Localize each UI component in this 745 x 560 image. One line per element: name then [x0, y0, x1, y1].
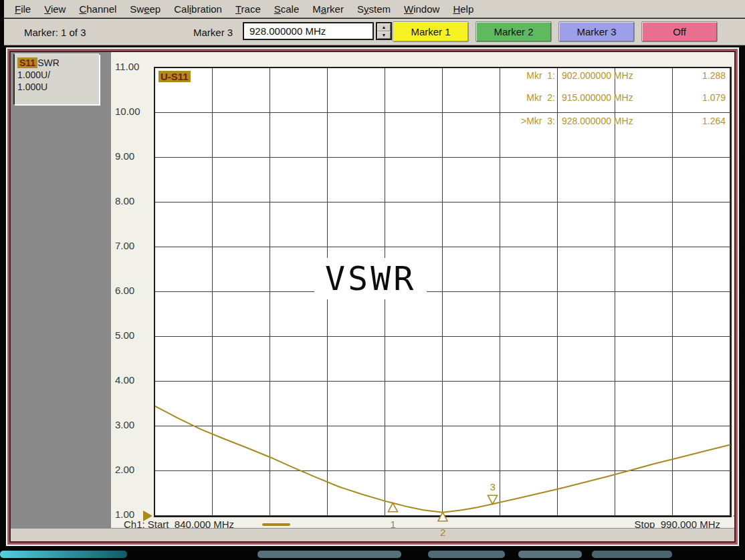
toolbar-button-marker-2[interactable]: Marker 2: [475, 21, 552, 42]
window-content: S11SWR 1.000U/ 1.000U 11.0010.009.008.00…: [9, 51, 736, 543]
swr-trace-line: [155, 406, 730, 513]
desktop-artifact: [257, 551, 401, 558]
analyzer-window: S11SWR 1.000U/ 1.000U 11.0010.009.008.00…: [5, 47, 740, 547]
marker-readout-value: 1.288: [702, 70, 726, 81]
frequency-spinner: ▲ ▼: [376, 22, 392, 40]
marker-readout-value: 1.079: [702, 92, 726, 103]
trace-sidebar: S11SWR 1.000U/ 1.000U: [11, 52, 111, 528]
marker-readout-label: >Mkr 3:: [521, 116, 555, 126]
marker-readout-row: Mkr 2:915.000000 MHz1.079: [155, 92, 730, 104]
spinner-down-button[interactable]: ▼: [377, 31, 391, 39]
marker-frequency-input[interactable]: 928.000000 MHz: [243, 22, 374, 40]
marker-readout-frequency: 915.000000 MHz: [562, 92, 633, 103]
marker-button-group: Marker 1Marker 2Marker 3Off: [393, 21, 718, 42]
menu-trace[interactable]: Trace: [229, 3, 268, 15]
menu-window[interactable]: Window: [397, 3, 446, 15]
marker-readout-frequency: 902.000000 MHz: [562, 70, 633, 81]
marker-readout-label: Mkr 1:: [526, 70, 555, 81]
y-axis-label: 9.00: [115, 150, 152, 162]
menu-bar: FileViewChannelSweepCalibrationTraceScal…: [4, 0, 745, 18]
menu-system[interactable]: System: [350, 3, 397, 15]
screen: { "menu": { "items": [ {"label": "File",…: [0, 0, 745, 560]
toolbar-button-off[interactable]: Off: [641, 21, 718, 42]
marker-readout-frequency: 928.000000 MHz: [562, 116, 633, 126]
menu-calibration[interactable]: Calibration: [167, 3, 229, 15]
marker-readout-row: Mkr 1:902.000000 MHz1.288: [155, 70, 730, 82]
trace-ref-label: 1.000U: [17, 81, 99, 93]
menu-file[interactable]: File: [8, 3, 37, 15]
arrow-up-icon: ▲: [382, 25, 387, 29]
trace-id-badge: S11: [17, 57, 37, 68]
y-axis-label: 6.00: [115, 285, 152, 296]
menu-scale[interactable]: Scale: [268, 3, 306, 15]
spinner-up-button[interactable]: ▲: [377, 23, 391, 31]
y-axis-label: 8.00: [115, 195, 152, 206]
trace-scale-label: 1.000U/: [17, 69, 99, 81]
menu-marker[interactable]: Marker: [306, 3, 350, 15]
y-axis-label: 10.00: [115, 106, 152, 117]
marker-readout-value: 1.264: [702, 116, 726, 126]
window-bottom-strip: [11, 528, 734, 542]
menu-channel[interactable]: Channel: [72, 3, 123, 15]
toolbar: Marker: 1 of 3 Marker 3 928.000000 MHz ▲…: [4, 19, 745, 45]
marker-3-number-label: 3: [490, 481, 496, 493]
marker-frequency-value: 928.000000 MHz: [249, 25, 326, 37]
marker-status-label: Marker: 1 of 3: [24, 27, 86, 38]
desktop-artifact: [428, 551, 505, 558]
trace-plot: 123: [155, 68, 730, 516]
trace-format-label: SWR: [37, 57, 60, 68]
trace-info-box[interactable]: S11SWR 1.000U/ 1.000U: [13, 53, 99, 104]
plot-grid: U-S11 Mkr 1:902.000000 MHz1.288Mkr 2:915…: [154, 67, 732, 517]
y-axis-label: 2.00: [115, 464, 152, 475]
desktop-artifact: [0, 551, 127, 558]
y-axis-label: 5.00: [115, 329, 152, 341]
desktop-artifact: [592, 551, 672, 558]
desktop-artifact: [518, 551, 582, 558]
y-axis-label: 11.00: [115, 61, 152, 72]
chart-title-overlay: VSWR: [314, 258, 427, 299]
window-frame: S11SWR 1.000U/ 1.000U 11.0010.009.008.00…: [7, 49, 738, 545]
menu-help[interactable]: Help: [446, 3, 480, 15]
arrow-down-icon: ▼: [382, 33, 387, 37]
desktop-background: [0, 548, 745, 560]
chart-area: 11.0010.009.008.007.006.005.004.003.002.…: [111, 52, 734, 528]
toolbar-button-marker-3[interactable]: Marker 3: [558, 21, 635, 42]
marker-readout-label: Mkr 2:: [526, 92, 555, 103]
marker3-field-label: Marker 3: [193, 27, 233, 38]
menu-view[interactable]: View: [37, 3, 72, 15]
y-axis-label: 4.00: [115, 374, 152, 386]
y-axis-label: 7.00: [115, 240, 152, 251]
y-axis-label: 3.00: [115, 419, 152, 430]
marker-1-number-label: 1: [390, 519, 395, 530]
menu-sweep[interactable]: Sweep: [123, 3, 167, 15]
marker-readout-row: >Mkr 3:928.000000 MHz1.264: [155, 116, 730, 128]
marker-2-number-label: 2: [440, 527, 445, 538]
toolbar-button-marker-1[interactable]: Marker 1: [393, 21, 469, 42]
trace-legend-dash-icon: [262, 523, 290, 526]
